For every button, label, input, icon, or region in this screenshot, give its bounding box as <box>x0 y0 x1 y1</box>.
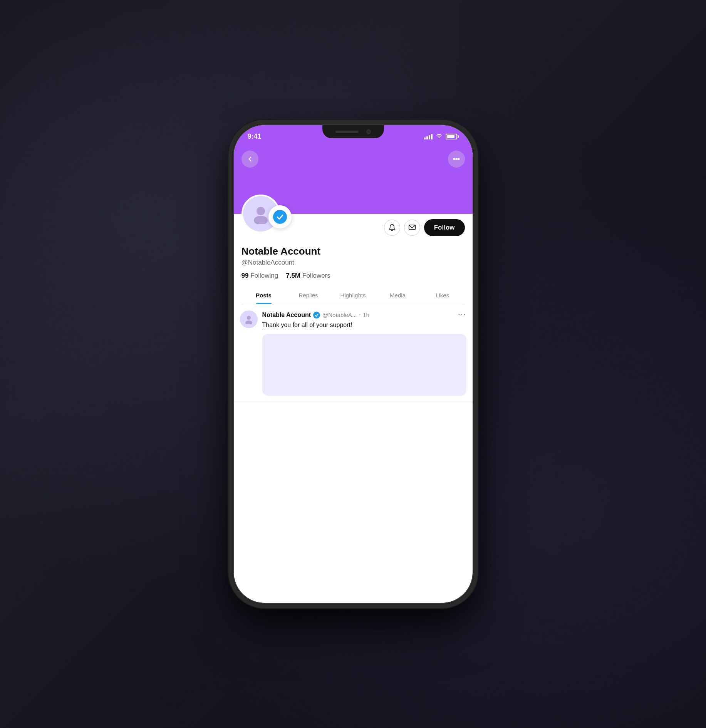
following-label: Following <box>250 272 278 280</box>
tweet-verified-icon <box>313 312 320 319</box>
profile-stats: 99 Following 7.5M Followers <box>241 272 465 280</box>
svg-point-3 <box>257 207 265 215</box>
more-options-button[interactable] <box>448 151 465 168</box>
followers-label: Followers <box>302 272 330 280</box>
tab-bar: Posts Replies Highlights Media Likes <box>241 286 465 304</box>
tweet-author-name: Notable Account <box>262 312 311 319</box>
followers-stat[interactable]: 7.5M Followers <box>286 272 330 280</box>
followers-count: 7.5M <box>286 272 300 280</box>
message-button[interactable] <box>404 220 420 236</box>
tweet-dot: · <box>359 312 361 318</box>
wifi-icon <box>436 133 443 140</box>
battery-icon <box>446 134 459 139</box>
tweet-time: 1h <box>363 312 369 318</box>
notch-speaker <box>335 131 359 133</box>
svg-point-4 <box>254 216 268 224</box>
svg-point-11 <box>313 312 320 319</box>
tab-posts[interactable]: Posts <box>241 286 286 304</box>
following-count: 99 <box>241 272 249 280</box>
tweet-handle: @NotableA... <box>322 312 357 318</box>
tweet-image <box>262 334 466 396</box>
profile-section: Follow Notable Account @NotableAccount 9… <box>234 214 473 304</box>
back-button[interactable] <box>241 151 258 168</box>
svg-point-10 <box>245 320 252 324</box>
status-time: 9:41 <box>248 133 262 141</box>
profile-handle: @NotableAccount <box>241 259 465 267</box>
signal-icon <box>424 133 433 139</box>
tweet-avatar <box>240 310 258 328</box>
tweet-author-row: Notable Account @NotableA... · 1h ··· <box>262 310 466 319</box>
tweet-content: Notable Account @NotableA... · 1h ··· Th… <box>262 310 466 396</box>
svg-line-7 <box>393 225 393 226</box>
follow-button[interactable]: Follow <box>424 219 465 236</box>
profile-info: Notable Account @NotableAccount 99 Follo… <box>241 239 465 284</box>
verified-badge-popup <box>268 205 292 228</box>
tweet-text: Thank you for all of your support! <box>262 321 466 329</box>
tab-media[interactable]: Media <box>376 286 420 304</box>
tweet-more-button[interactable]: ··· <box>458 310 466 319</box>
svg-point-0 <box>453 158 454 159</box>
tab-highlights[interactable]: Highlights <box>331 286 376 304</box>
tab-likes[interactable]: Likes <box>420 286 465 304</box>
phone-screen: 9:41 <box>234 125 473 603</box>
svg-point-5 <box>273 210 287 224</box>
notch-camera <box>366 129 371 134</box>
svg-point-2 <box>458 158 459 159</box>
status-icons <box>424 133 459 140</box>
profile-name: Notable Account <box>241 245 465 257</box>
subscribe-bell-button[interactable] <box>384 220 400 236</box>
svg-point-1 <box>456 158 457 159</box>
phone-notch <box>322 125 384 138</box>
svg-point-9 <box>247 316 251 320</box>
tweet-item: Notable Account @NotableA... · 1h ··· Th… <box>234 304 473 402</box>
following-stat[interactable]: 99 Following <box>241 272 278 280</box>
tab-replies[interactable]: Replies <box>286 286 331 304</box>
header-nav <box>234 144 473 174</box>
phone-device: 9:41 <box>234 125 473 603</box>
